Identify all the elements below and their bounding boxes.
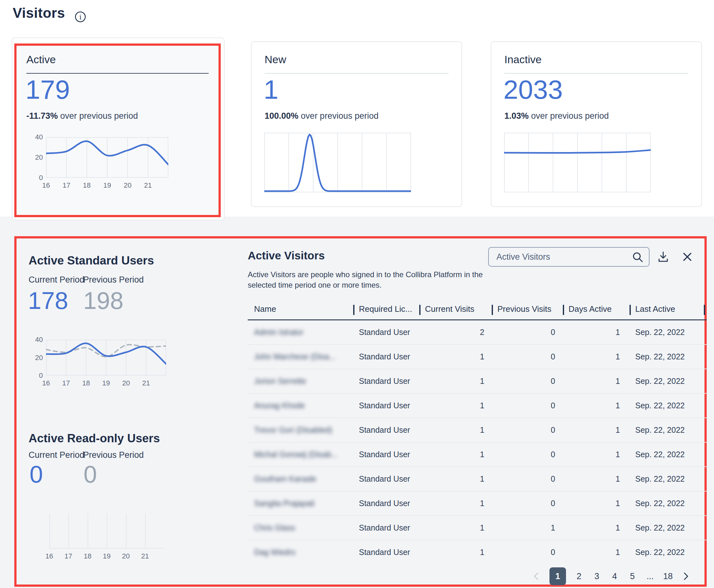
card-value: 2033 [504, 76, 563, 103]
cell-last-active: Sep. 22, 2022 [635, 394, 685, 418]
axis-label: 17 [59, 379, 73, 388]
card-change: -11.73% over previous period [26, 111, 138, 121]
column-separator [704, 305, 705, 315]
cell-license: Standard User [359, 345, 410, 369]
axis-label: 18 [79, 379, 93, 388]
cell-days-active: 1 [569, 491, 620, 515]
page-button[interactable]: 5 [628, 571, 637, 581]
col-days-active[interactable]: Days Active [569, 304, 612, 314]
cell-license: Standard User [359, 394, 410, 418]
cell-last-active: Sep. 22, 2022 [635, 467, 685, 491]
page-button[interactable]: 4 [610, 571, 619, 581]
close-icon[interactable] [681, 251, 694, 265]
card-active[interactable]: Active 179 -11.73% over previous period … [14, 43, 221, 217]
col-previous-visits[interactable]: Previous Visits [497, 304, 551, 314]
cell-license: Standard User [359, 516, 410, 540]
cell-current-visits: 1 [425, 516, 484, 540]
cell-days-active: 1 [569, 345, 620, 369]
standard-previous-value: 198 [83, 289, 124, 313]
table-row[interactable]: Chris GlassStandard User111Sep. 22, 2022 [248, 516, 707, 540]
svg-text:i: i [79, 13, 82, 21]
table-row[interactable]: John Marchese (Disa...Standard User101Se… [248, 345, 707, 369]
cell-days-active: 1 [569, 467, 620, 491]
cell-last-active: Sep. 22, 2022 [635, 320, 685, 344]
col-last-active[interactable]: Last Active [635, 304, 675, 314]
cell-license: Standard User [359, 443, 410, 466]
cell-last-active: Sep. 22, 2022 [635, 540, 685, 564]
standard-current-value: 178 [28, 289, 68, 313]
page-title: Visitors [13, 5, 65, 21]
cell-last-active: Sep. 22, 2022 [635, 443, 685, 466]
column-separator [563, 305, 564, 315]
axis-label: 19 [100, 552, 114, 561]
axis-label: 18 [81, 552, 95, 561]
card-title: New [265, 53, 286, 66]
active-visitors-title: Active Visitors [248, 249, 325, 262]
table-row[interactable]: Goutham KanadeStandard User101Sep. 22, 2… [248, 467, 707, 491]
cell-previous-visits: 0 [497, 491, 555, 515]
current-period-label: Current Period [28, 275, 84, 285]
card-divider [504, 73, 688, 74]
col-required-license[interactable]: Required Lic... [359, 304, 412, 314]
table-row[interactable]: Sangita PrajapatiStandard User101Sep. 22… [248, 491, 707, 516]
axis-label: 20 [121, 181, 135, 190]
inactive-trend-chart [504, 133, 651, 192]
search-icon[interactable] [632, 251, 644, 264]
details-panel: Active Standard Users Current Period Pre… [14, 236, 707, 587]
page-prev-button[interactable] [532, 571, 541, 581]
table-row[interactable]: Anurag KhodeStandard User101Sep. 22, 202… [248, 394, 707, 418]
page-button[interactable]: 2 [574, 571, 584, 581]
search-input[interactable] [488, 247, 650, 267]
download-icon[interactable] [657, 251, 670, 265]
axis-label: 40 [27, 133, 43, 142]
pagination: 12345...18 [532, 567, 691, 585]
table-row[interactable]: Jorion SerretteStandard User101Sep. 22, … [248, 369, 707, 394]
cell-days-active: 1 [569, 320, 620, 344]
current-period-label: Current Period [28, 450, 84, 460]
axis-label: 18 [80, 181, 94, 190]
cell-previous-visits: 1 [497, 516, 555, 540]
cell-days-active: 1 [569, 418, 620, 442]
axis-label: 20 [27, 153, 43, 162]
cell-current-visits: 1 [425, 345, 484, 369]
axis-label: 40 [27, 335, 43, 344]
table-header: Name Required Lic... Current Visits Prev… [248, 300, 707, 320]
table-row[interactable]: Michal Gorowij (Disab...Standard User101… [248, 443, 707, 467]
card-value: 1 [264, 76, 279, 103]
axis-label: 21 [141, 181, 155, 190]
page-next-button[interactable] [681, 571, 691, 581]
table-row[interactable]: Admin IstratorStandard User201Sep. 22, 2… [248, 320, 707, 345]
active-trend-svg [46, 137, 168, 178]
cell-last-active: Sep. 22, 2022 [635, 345, 685, 369]
previous-period-label: Previous Period [83, 450, 144, 460]
cell-current-visits: 1 [425, 467, 484, 491]
cell-license: Standard User [359, 418, 410, 442]
card-title: Active [26, 53, 56, 66]
cell-previous-visits: 0 [497, 443, 555, 466]
col-name[interactable]: Name [254, 304, 276, 314]
axis-label: 20 [119, 379, 133, 388]
table-row[interactable]: Trevor Gori (Disabled)Standard User101Se… [248, 418, 707, 443]
page-button[interactable]: 18 [663, 571, 673, 581]
cell-days-active: 1 [569, 443, 620, 466]
cell-current-visits: 1 [425, 540, 484, 564]
axis-label: 17 [61, 552, 75, 561]
cell-last-active: Sep. 22, 2022 [635, 369, 685, 393]
page-ellipsis: ... [646, 571, 655, 581]
cell-license: Standard User [359, 491, 410, 515]
cell-current-visits: 1 [425, 491, 484, 515]
page-button[interactable]: 3 [592, 571, 601, 581]
cell-current-visits: 1 [425, 369, 484, 393]
cell-name: Trevor Gori (Disabled) [254, 418, 332, 442]
cell-previous-visits: 0 [497, 369, 555, 393]
page-button[interactable]: 1 [549, 567, 566, 585]
info-icon[interactable]: i [74, 11, 86, 23]
table-row[interactable]: Dag WiedrsStandard User101Sep. 22, 2022 [248, 540, 707, 564]
cell-last-active: Sep. 22, 2022 [635, 516, 685, 540]
col-current-visits[interactable]: Current Visits [425, 304, 474, 314]
card-inactive[interactable]: Inactive 2033 1.03% over previous period [491, 41, 702, 207]
new-trend-svg [264, 133, 411, 192]
new-trend-chart [264, 133, 411, 192]
visitors-table: Name Required Lic... Current Visits Prev… [248, 300, 707, 564]
card-new[interactable]: New 1 100.00% over previous period [251, 41, 462, 207]
